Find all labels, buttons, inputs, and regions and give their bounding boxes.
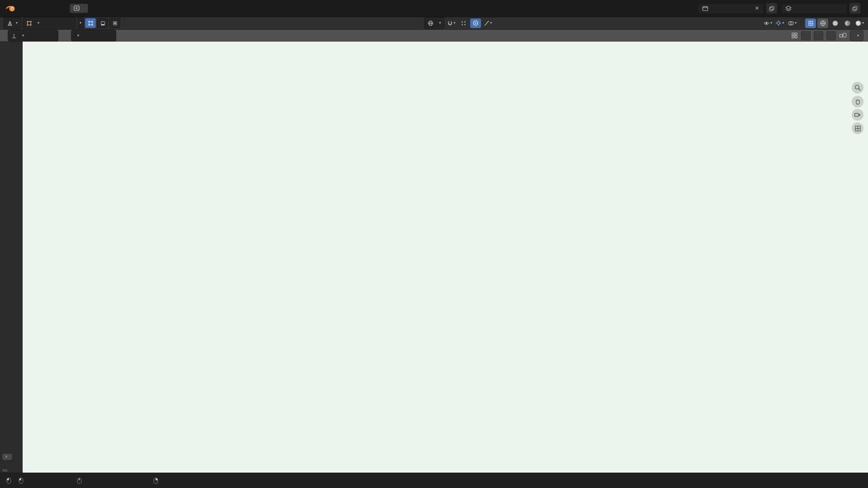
back-arrow-icon	[74, 5, 80, 11]
scene-icon	[702, 5, 708, 12]
edge-select-button[interactable]	[97, 18, 108, 28]
snap-grid-icon	[461, 20, 467, 26]
menu-edge[interactable]	[171, 21, 178, 25]
viewport-overlay-stats	[32, 47, 60, 51]
camera-view-button[interactable]	[852, 109, 863, 121]
xray-icon	[808, 20, 814, 26]
menu-edit[interactable]	[28, 7, 36, 10]
overlays-icon	[788, 20, 794, 26]
axis-y-toggle[interactable]	[814, 31, 823, 40]
mouse-left-icon	[19, 477, 24, 484]
mouse-right-icon	[153, 477, 158, 484]
vertex-select-button[interactable]	[85, 18, 96, 28]
viewlayer-new-icon[interactable]	[849, 3, 861, 14]
status-call-menu	[153, 477, 161, 484]
mode-dropdown[interactable]: ▾	[23, 17, 76, 29]
snap-target-button[interactable]	[458, 19, 469, 28]
tool-settings-bar: ▾ ▾ ▾	[0, 30, 868, 42]
wireframe-sphere-icon	[820, 20, 826, 27]
xray-toggle-button[interactable]	[805, 19, 816, 28]
shading-solid-button[interactable]	[830, 19, 840, 28]
viewlayer-icon	[785, 5, 792, 12]
toggle-grid-button[interactable]	[852, 122, 863, 134]
editor-type-dropdown[interactable]: ▾	[3, 17, 21, 29]
proportional-circle-icon	[472, 20, 479, 26]
proportional-editing-button[interactable]	[470, 19, 481, 28]
shading-material-button[interactable]	[842, 19, 853, 28]
zoom-button[interactable]	[852, 82, 863, 94]
scene-selector[interactable]: ✕	[698, 4, 764, 14]
editor-3d-viewport-icon	[7, 20, 13, 26]
shading-rendered-button[interactable]: ▾	[854, 19, 865, 28]
transform-orientation-dropdown[interactable]: ▾	[424, 17, 444, 29]
blender-logo-icon[interactable]	[5, 4, 16, 13]
mode-options-dropdown[interactable]: ▾	[77, 17, 84, 29]
viewport[interactable]	[0, 42, 868, 473]
vertex-select-icon	[88, 20, 94, 26]
left-toolbar	[0, 42, 23, 473]
mouse-left-icon	[6, 477, 11, 484]
transform-pivot-icon[interactable]	[791, 32, 798, 39]
edge-select-icon	[100, 20, 106, 26]
solid-sphere-icon	[832, 20, 839, 27]
shading-wireframe-button[interactable]	[817, 19, 828, 28]
globe-icon	[428, 20, 434, 26]
axis-z-toggle[interactable]	[826, 31, 836, 40]
eye-icon	[763, 20, 770, 26]
menu-file[interactable]	[19, 7, 27, 10]
orientation-dropdown[interactable]: ▾	[8, 30, 58, 42]
magnet-icon	[447, 20, 453, 26]
snap-element-icon[interactable]	[839, 32, 847, 39]
zoom-icon	[854, 84, 861, 91]
menu-view[interactable]	[128, 21, 135, 25]
menu-add[interactable]	[145, 21, 152, 25]
status-box-select	[19, 477, 26, 484]
axes-icon	[11, 33, 17, 38]
show-hide-dropdown[interactable]: ▾	[762, 19, 773, 28]
proportional-falloff-dropdown[interactable]: ▾	[482, 19, 493, 28]
face-select-icon	[112, 20, 118, 26]
mul-panel-button[interactable]: ∨	[2, 454, 12, 460]
snap-toggle-button[interactable]: ▾	[446, 19, 457, 28]
overlays-dropdown[interactable]: ▾	[787, 19, 797, 28]
rendered-sphere-icon	[855, 20, 862, 27]
grid-icon	[854, 125, 861, 132]
menu-face[interactable]	[179, 21, 187, 25]
edit-mode-icon	[26, 20, 32, 26]
hand-icon	[854, 99, 861, 105]
menu-mesh[interactable]	[154, 21, 161, 25]
material-sphere-icon	[844, 20, 851, 27]
menu-help[interactable]	[55, 7, 63, 10]
viewport-header: ▾ ▾ ▾	[0, 17, 868, 30]
apply-panel-button[interactable]	[2, 469, 8, 472]
menu-vertex[interactable]	[162, 21, 170, 25]
gizmo-icon	[775, 20, 782, 26]
status-select	[6, 477, 14, 484]
back-to-previous-button[interactable]	[70, 4, 88, 13]
falloff-curve-icon	[484, 20, 490, 26]
chevron-down-icon: ▾	[16, 21, 18, 25]
drag-dropdown[interactable]: ▾	[71, 30, 116, 42]
statusbar	[0, 473, 868, 488]
axis-x-toggle[interactable]	[801, 31, 811, 40]
menu-window[interactable]	[46, 7, 54, 10]
menu-select[interactable]	[137, 21, 144, 25]
options-button[interactable]: ▾	[850, 30, 863, 41]
status-rotate-view	[77, 477, 85, 484]
gizmos-dropdown[interactable]: ▾	[774, 19, 785, 28]
topbar: ✕	[0, 0, 868, 17]
mouse-middle-icon	[77, 477, 82, 484]
menu-render[interactable]	[37, 7, 45, 10]
chevron-down-icon: ∨	[5, 455, 8, 459]
scene-new-icon[interactable]	[766, 3, 778, 14]
chevron-down-icon: ▾	[38, 21, 39, 25]
viewlayer-selector[interactable]	[781, 4, 847, 14]
camera-icon	[854, 112, 861, 118]
scene-unlink-icon[interactable]: ✕	[754, 5, 760, 11]
menu-uv[interactable]	[188, 21, 195, 25]
pan-button[interactable]	[852, 96, 863, 108]
face-select-button[interactable]	[109, 18, 120, 28]
